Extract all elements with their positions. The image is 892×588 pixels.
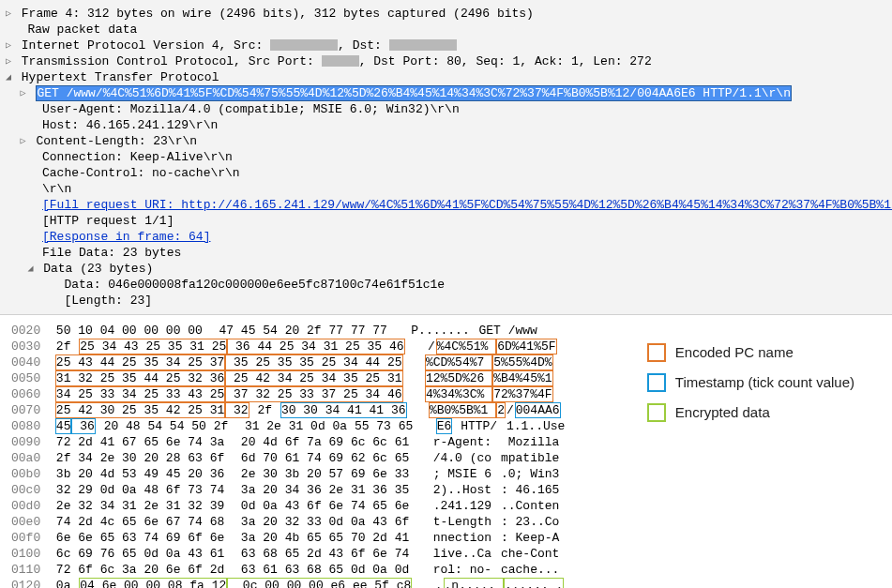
resp-row[interactable]: [Response in frame: 64]: [2, 229, 892, 245]
http-get-row[interactable]: ▷ GET /www/%4C%51%6D%41%5F%CD%54%75%55%4…: [2, 85, 892, 101]
content-length: Content-Length: 23\r\n: [36, 134, 197, 148]
hex-seg: 20 48 54 54 50 2f: [96, 418, 229, 434]
data-head-row[interactable]: ◢ Data (23 bytes): [2, 261, 892, 277]
ascii-seg: rol: no-: [432, 562, 500, 578]
hex-row[interactable]: 0120 0a 04 6e 00 00 08 fa 12 0c 00 00 00…: [11, 578, 881, 588]
hex-seg: 6d 70 61 74 69 62 6c 65: [225, 450, 410, 466]
hex-seg: 74 2d 4c 65 6e 67 74 68: [55, 514, 225, 530]
ascii-seg: HTTP/: [452, 418, 506, 434]
hex-seg: 2e 30 3b 20 57 69 6e 33: [225, 466, 410, 482]
crlf-row[interactable]: \r\n: [2, 181, 892, 197]
http-req-num: [HTTP request 1/1]: [42, 214, 174, 228]
offset: 00f0: [11, 531, 40, 545]
expand-icon[interactable]: ▷: [6, 53, 14, 69]
hex-seg: 36: [71, 418, 95, 434]
hex-seg: 2f 34 2e 30 20 28 63 6f: [55, 450, 225, 466]
data-length: [Length: 23]: [64, 294, 152, 308]
ascii-seg: .n.....: [444, 578, 504, 588]
file-data: File Data: 23 bytes: [42, 246, 181, 260]
http-row[interactable]: ◢ Hypertext Transfer Protocol: [2, 69, 892, 85]
hex-row[interactable]: 00f0 6e 6e 65 63 74 69 6f 6e 3a 20 4b 65…: [11, 530, 881, 546]
tcp-row[interactable]: ▷ Transmission Control Protocol, Src Por…: [2, 53, 892, 69]
response-frame-link[interactable]: [Response in frame: 64]: [42, 230, 210, 244]
expand-icon[interactable]: ▷: [21, 133, 29, 149]
hex-row[interactable]: 00d0 2e 32 34 31 2e 31 32 39 0d 0a 43 6f…: [11, 498, 881, 514]
hex-seg: 25 42 30 25 35 42 25 31: [55, 402, 225, 418]
hex-seg: 25 43 44 25 35 34 25 37: [55, 354, 225, 370]
ua-row[interactable]: User-Agent: Mozilla/4.0 (compatible; MSI…: [2, 101, 892, 117]
hex-seg: 25 42 34 25 34 35 25 31: [225, 370, 402, 386]
hex-seg: 50 10 04 00 00 00 00: [55, 323, 211, 339]
legend-enc: Encrypted data: [647, 400, 854, 426]
swatch-blue: [647, 373, 666, 392]
expand-icon[interactable]: ▷: [21, 85, 29, 101]
swatch-orange: [647, 343, 666, 362]
hex-bytes-pane[interactable]: 0020 50 10 04 00 00 00 00 47 45 54 20 2f…: [0, 315, 892, 588]
ascii-seg: 6D%41%5F: [496, 339, 556, 354]
hex-seg: 72 6f 6c 3a 20 6e 6f 2d: [55, 562, 225, 578]
data-value: Data: 046e000008fa120c000000e6ee5fc87100…: [64, 278, 445, 292]
http-get-line[interactable]: GET /www/%4C%51%6D%41%5F%CD%54%75%55%4D%…: [36, 85, 792, 101]
ipv4-row[interactable]: ▷ Internet Protocol Version 4, Src: , Ds…: [2, 38, 892, 53]
clen-row[interactable]: ▷ Content-Length: 23\r\n: [2, 133, 892, 149]
ascii-seg: 12%5D%26: [425, 370, 492, 386]
hex-row[interactable]: 0110 72 6f 6c 3a 20 6e 6f 2d 63 61 63 68…: [11, 562, 881, 578]
full-uri-link[interactable]: [Full request URI: http://46.165.241.129…: [42, 198, 892, 212]
hex-row[interactable]: 0090 72 2d 41 67 65 6e 74 3a 20 4d 6f 7a…: [11, 434, 881, 450]
cache-row[interactable]: Cache-Control: no-cache\r\n: [2, 165, 892, 181]
hex-seg: 2f: [249, 402, 280, 418]
offset: 0060: [11, 387, 40, 401]
hex-row[interactable]: 0100 6c 69 76 65 0d 0a 43 61 63 68 65 2d…: [11, 546, 881, 562]
offset: 0050: [11, 371, 40, 385]
filedata-row[interactable]: File Data: 23 bytes: [2, 245, 892, 261]
frame-row[interactable]: ▷ Frame 4: 312 bytes on wire (2496 bits)…: [2, 6, 892, 22]
ascii-seg: %B4%45%1: [492, 370, 552, 386]
ascii-seg: : 23..Co: [500, 514, 560, 530]
collapse-icon[interactable]: ◢: [6, 69, 14, 85]
ascii-seg: /4.0 (co: [432, 450, 500, 466]
user-agent: User-Agent: Mozilla/4.0 (compatible; MSI…: [42, 102, 460, 116]
hex-seg: 0c 00 00 00 e6 ee 5f c8: [227, 578, 412, 588]
hex-seg: 34 25 33 34 25 33 43 25: [55, 386, 225, 402]
raw-label: Raw packet data: [27, 23, 137, 37]
ascii-seg: 2: [496, 402, 506, 418]
legend-ts: Timestamp (tick count value): [647, 369, 854, 396]
raw-row[interactable]: Raw packet data: [2, 22, 892, 38]
packet-details-pane[interactable]: ▷ Frame 4: 312 bytes on wire (2496 bits)…: [0, 0, 892, 315]
legend-pc: Encoded PC name: [647, 339, 854, 366]
httpreq-row[interactable]: [HTTP request 1/1]: [2, 213, 892, 229]
expand-icon[interactable]: ▷: [6, 6, 14, 22]
hex-seg: 63 61 63 68 65 0d 0a 0d: [225, 562, 410, 578]
data-val-row[interactable]: Data: 046e000008fa120c000000e6ee5fc87100…: [2, 277, 892, 293]
conn-row[interactable]: Connection: Keep-Alive\r\n: [2, 149, 892, 165]
full-uri-row[interactable]: [Full request URI: http://46.165.241.129…: [2, 197, 892, 213]
ascii-seg: cache...: [500, 562, 560, 578]
hex-seg: 35 25 35 35 25 34 44 25: [225, 354, 402, 370]
offset: 0020: [11, 324, 40, 338]
data-len-row[interactable]: [Length: 23]: [2, 293, 892, 309]
ascii-seg: ...... .: [504, 578, 564, 588]
hex-row[interactable]: 00a0 2f 34 2e 30 20 28 63 6f 6d 70 61 74…: [11, 450, 881, 466]
ascii-seg: 4%34%3C%: [425, 386, 492, 402]
expand-icon[interactable]: ▷: [6, 38, 14, 53]
ascii-seg: che-Cont: [500, 546, 560, 562]
hex-row[interactable]: 0020 50 10 04 00 00 00 00 47 45 54 20 2f…: [11, 323, 881, 339]
collapse-icon[interactable]: ◢: [27, 261, 36, 277]
offset: 0070: [11, 403, 40, 417]
ascii-seg: ; MSIE 6: [432, 466, 500, 482]
ascii-seg: %4C%51%: [436, 339, 496, 354]
hex-seg: 37 32 25 33 37 25 34 46: [225, 386, 402, 402]
hex-seg: 32: [225, 402, 249, 418]
offset: 0090: [11, 435, 40, 449]
ascii-seg: live..Ca: [432, 546, 500, 562]
hex-row[interactable]: 00b0 3b 20 4d 53 49 45 20 36 2e 30 3b 20…: [11, 466, 881, 482]
swatch-green: [647, 403, 666, 422]
hex-seg: 30 30 34 41 41 36: [280, 402, 407, 418]
host-row[interactable]: Host: 46.165.241.129\r\n: [2, 117, 892, 133]
hex-seg: 45: [55, 418, 72, 434]
hex-row[interactable]: 00c0 32 29 0d 0a 48 6f 73 74 3a 20 34 36…: [11, 482, 881, 498]
ascii-seg: .0; Win3: [500, 466, 560, 482]
ascii-seg: 5%55%4D%: [492, 354, 552, 370]
hex-row[interactable]: 00e0 74 2d 4c 65 6e 67 74 68 3a 20 32 33…: [11, 514, 881, 530]
hex-seg: 6e 6e 65 63 74 69 6f 6e: [55, 530, 225, 546]
